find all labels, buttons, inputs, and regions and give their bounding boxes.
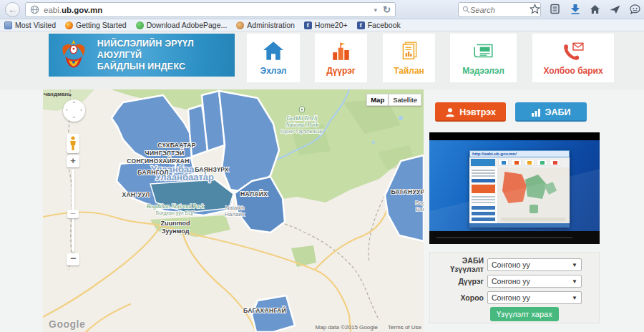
nav-report[interactable]: Тайлан — [383, 34, 435, 82]
bookmarks-bar: Most Visited Getting Started Download Ad… — [0, 19, 644, 31]
bar-chart-icon — [532, 108, 541, 117]
firefox-icon — [65, 21, 73, 29]
indicator-select[interactable]: Сонгоно уу ▼ — [487, 258, 582, 271]
browser-window: ← eabi.ub.gov.mn ▾ ↻ — [0, 0, 644, 332]
svg-text:Bag: Bag — [415, 200, 424, 206]
adobe-download-icon — [136, 21, 144, 29]
facebook-icon: f — [304, 21, 312, 29]
most-visited-icon — [4, 21, 12, 29]
svg-text:БАЯНГОЛ: БАЯНГОЛ — [137, 169, 168, 176]
contact-nav-icon — [532, 39, 614, 63]
video-screen: http://eabi.ub.gov.mn/ — [429, 140, 600, 231]
district-select[interactable]: Сонгоно уу ▼ — [487, 275, 582, 288]
url-text: eabi.ub.gov.mn — [44, 6, 374, 14]
terms-of-use-link[interactable]: Terms of Use — [388, 324, 421, 331]
video-mini-browser: http://eabi.ub.gov.mn/ — [469, 150, 570, 228]
intro-video[interactable]: http://eabi.ub.gov.mn/ — [429, 132, 600, 244]
pan-control[interactable]: ⌃ ⌄ ‹ › — [63, 99, 85, 122]
indicator-form: ЭАБИ Үзүүлэлт Сонгоно уу ▼ Дүүрэг Сонгон… — [429, 252, 600, 323]
chevron-down-icon: ▼ — [572, 262, 577, 268]
facebook-icon: f — [357, 21, 365, 29]
district-nav-icon — [315, 39, 367, 63]
chandman-label: чандмань — [44, 91, 72, 97]
map-canvas: Улаанбаатар Улаанбаатар СҮХБААТАР ЧИНГЭЛ… — [43, 89, 424, 332]
svg-text:ХАН-УУЛ: ХАН-УУЛ — [122, 191, 150, 198]
svg-text:Горхи-Тэрэлж БЦГ: Горхи-Тэрэлж БЦГ — [280, 129, 323, 135]
url-bar[interactable]: eabi.ub.gov.mn ▾ ↻ — [25, 2, 396, 17]
bookmarks-menu-icon[interactable] — [549, 3, 561, 15]
pegman-streetview[interactable] — [67, 134, 79, 153]
show-indicator-button[interactable]: Үзүүлэлт харах — [490, 307, 559, 321]
pan-right-icon[interactable]: › — [80, 107, 82, 113]
svg-text:Gorkhi Terelj: Gorkhi Terelj — [287, 115, 318, 122]
map-type-control: Map Satellite — [366, 94, 421, 106]
login-button[interactable]: Нэвтрэх — [435, 102, 506, 122]
eabi-button[interactable]: ЭАБИ — [515, 102, 587, 122]
pan-left-icon[interactable]: ‹ — [66, 107, 68, 113]
downloads-icon[interactable] — [569, 3, 581, 15]
svg-text:БАЯНЗҮРХ: БАЯНЗҮРХ — [195, 166, 229, 173]
back-button[interactable]: ← — [5, 2, 20, 17]
bookmark-home20[interactable]: f Home20+ — [304, 21, 348, 29]
nav-district[interactable]: Дүүрэг — [315, 34, 367, 82]
pan-down-icon[interactable]: ⌄ — [72, 114, 77, 119]
map-button[interactable]: Map — [366, 94, 389, 106]
home-icon[interactable] — [589, 3, 601, 15]
svg-text:СОНГИНОХАЙРХАН: СОНГИНОХАЙРХАН — [127, 157, 189, 165]
reload-icon[interactable]: ↻ — [383, 4, 391, 15]
bookmark-download-adobe[interactable]: Download AdobePage... — [136, 21, 228, 29]
svg-text:National Park: National Park — [285, 122, 318, 128]
nav-contact[interactable]: Холбоо барих — [532, 34, 614, 82]
indicator-label: ЭАБИ Үзүүлэлт — [430, 256, 487, 273]
city-emblem-icon — [57, 38, 90, 72]
share-icon[interactable] — [609, 3, 621, 15]
svg-text:Zuunmod: Zuunmod — [161, 220, 190, 227]
video-mini-urlbar: http://eabi.ub.gov.mn/ — [469, 150, 570, 157]
khoroo-select[interactable]: Сонгоно уу ▼ — [487, 291, 582, 304]
nav-home[interactable]: Эхлэл — [247, 34, 300, 82]
news-nav-icon — [450, 39, 517, 63]
svg-text:ЧИНГЭЛТЭЙ: ЧИНГЭЛТЭЙ — [145, 149, 185, 157]
globe-icon — [30, 5, 39, 14]
map-data-text: Map data ©2015 Google — [316, 324, 378, 331]
video-controls-bar[interactable] — [429, 231, 600, 244]
search-input[interactable] — [470, 6, 527, 14]
bookmark-star-icon[interactable] — [529, 3, 541, 15]
bookmark-administration[interactable]: Administration — [236, 21, 295, 29]
pan-up-icon[interactable]: ⌃ — [72, 102, 77, 107]
zoom-in-button[interactable]: + — [67, 155, 79, 167]
site-logo[interactable]: НИЙСЛЭЛИЙН ЭРҮҮЛ АЮУЛГҮЙ БАЙДЛЫН ИНДЕКС — [49, 34, 235, 77]
svg-text:Богдхан уул БЦГ: Богдхан уул БЦГ — [156, 210, 195, 216]
bookmark-most-visited[interactable]: Most Visited — [4, 21, 56, 29]
sidebar: Нэвтрэх ЭАБИ http://eabi.ub.gov.mn/ — [429, 89, 600, 332]
map-attribution: Map data ©2015 Google Terms of Use — [316, 324, 421, 331]
home-nav-icon — [247, 39, 300, 63]
site-title: НИЙСЛЭЛИЙН ЭРҮҮЛ АЮУЛГҮЙ БАЙДЛЫН ИНДЕКС — [97, 38, 235, 73]
svg-text:СҮХБААТАР: СҮХБААТАР — [157, 142, 195, 149]
hello-chat-icon[interactable] — [629, 3, 641, 15]
site-header: НИЙСЛЭЛИЙН ЭРҮҮЛ АЮУЛГҮЙ БАЙДЛЫН ИНДЕКС … — [0, 31, 644, 89]
svg-text:Nalaikh: Nalaikh — [225, 205, 245, 211]
chevron-down-icon: ▼ — [572, 278, 577, 285]
urlbar-dropdown-icon[interactable]: ▾ — [374, 6, 378, 14]
khoroo-label: Хороо — [430, 293, 487, 302]
google-logo[interactable]: Google — [49, 318, 85, 330]
search-icon — [462, 6, 470, 14]
zoom-slider-handle[interactable]: ─ — [67, 210, 79, 218]
chevron-down-icon: ▼ — [572, 295, 577, 301]
report-nav-icon — [383, 39, 435, 63]
satellite-button[interactable]: Satellite — [389, 94, 421, 106]
person-icon — [445, 107, 455, 117]
administration-icon — [236, 21, 244, 29]
svg-text:Bogdkhan National Park: Bogdkhan National Park — [147, 203, 204, 210]
bookmark-getting-started[interactable]: Getting Started — [65, 21, 127, 29]
nav-news[interactable]: Мэдээлэл — [450, 34, 517, 82]
google-map[interactable]: Улаанбаатар Улаанбаатар СҮХБААТАР ЧИНГЭЛ… — [43, 89, 424, 332]
zoom-out-button[interactable]: − — [67, 253, 79, 265]
bookmark-facebook[interactable]: f Facebook — [357, 21, 401, 29]
svg-text:НАЛАЙХ: НАЛАЙХ — [240, 190, 268, 197]
svg-text:БАГАХАНГАЙ: БАГАХАНГАЙ — [243, 306, 286, 314]
browser-navbar: ← eabi.ub.gov.mn ▾ ↻ — [0, 0, 644, 19]
svg-text:Налайх: Налайх — [225, 211, 245, 218]
svg-text:БАГАНУУР: БАГАНУУР — [391, 188, 424, 195]
